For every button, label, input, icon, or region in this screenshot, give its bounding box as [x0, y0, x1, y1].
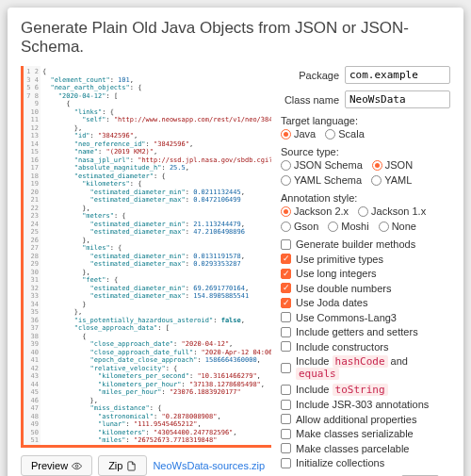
- action-bar: Preview Zip NeoWsData-sources.zip: [21, 455, 271, 476]
- options-list: Generate builder methodsUse primitive ty…: [281, 238, 450, 468]
- preview-label: Preview: [31, 460, 68, 471]
- annotation-style-jackson-1-x[interactable]: Jackson 1.x: [358, 205, 426, 217]
- source-type-group: Source type: JSON SchemaJSONYAML SchemaY…: [281, 146, 450, 186]
- option-label: Use primitive types: [296, 254, 383, 265]
- app-card: Generate Plain Old Java Objects from JSO…: [8, 8, 463, 476]
- option-label: Use double numbers: [296, 283, 392, 294]
- zip-label: Zip: [108, 460, 122, 471]
- source-type-yaml-schema[interactable]: YAML Schema: [281, 174, 362, 186]
- option-check-11[interactable]: Allow additional properties: [281, 414, 450, 425]
- annotation-style-group: Annotation style: Jackson 2.xJackson 1.x…: [281, 192, 450, 232]
- target-language-java[interactable]: Java: [281, 128, 316, 140]
- json-code: { "element_count": 101, "near_earth_obje…: [42, 66, 271, 448]
- option-check-5[interactable]: Use Commons-Lang3: [281, 312, 450, 323]
- package-label: Package: [281, 70, 339, 81]
- left-panel: 1 2 3 4 5 6 7 8 9 10 11 12 13 14 15 16 1…: [21, 66, 271, 476]
- eye-icon: [72, 461, 82, 471]
- checkbox-icon: [281, 298, 291, 308]
- checkbox-icon: [281, 458, 291, 468]
- annotation-style-label: Annotation style:: [281, 192, 450, 204]
- option-label: Use long integers: [296, 268, 377, 279]
- option-check-0[interactable]: Generate builder methods: [281, 238, 450, 250]
- option-label: Use Commons-Lang3: [296, 312, 397, 323]
- radio-icon: [358, 206, 368, 217]
- annotation-style-gson[interactable]: Gson: [281, 221, 318, 232]
- checkbox-icon: [281, 414, 291, 424]
- checkbox-icon: [281, 443, 291, 453]
- source-type-label: Source type:: [281, 146, 450, 157]
- checkbox-icon: [281, 312, 291, 322]
- annotation-style-none[interactable]: None: [379, 221, 416, 232]
- preview-button[interactable]: Preview: [21, 455, 92, 476]
- option-check-9[interactable]: Include toString: [281, 384, 450, 396]
- file-icon: [126, 461, 137, 471]
- checkbox-icon: [281, 327, 291, 337]
- radio-icon: [379, 222, 389, 232]
- option-check-4[interactable]: Use Joda dates: [281, 297, 450, 308]
- classname-row: Class name: [281, 90, 450, 108]
- option-label: Use Joda dates: [296, 297, 367, 308]
- target-language-group: Target language: JavaScala: [281, 115, 450, 140]
- option-check-6[interactable]: Include getters and setters: [281, 326, 450, 337]
- radio-label: Moshi: [341, 221, 368, 232]
- option-check-10[interactable]: Include JSR-303 annotations: [281, 399, 450, 410]
- option-label: Allow additional properties: [296, 414, 416, 425]
- radio-label: Jackson 2.x: [294, 205, 349, 217]
- package-input[interactable]: [345, 66, 450, 84]
- checkbox-icon: [281, 341, 291, 352]
- page-heading: Generate Plain Old Java Objects from JSO…: [21, 19, 450, 57]
- download-link[interactable]: NeoWsData-sources.zip: [153, 460, 265, 471]
- option-label: Initialize collections: [296, 457, 384, 468]
- classname-input[interactable]: [345, 90, 450, 108]
- option-check-3[interactable]: Use double numbers: [281, 283, 450, 294]
- radio-icon: [281, 175, 291, 186]
- radio-label: YAML: [384, 174, 412, 186]
- svg-point-0: [75, 465, 78, 468]
- radio-label: Scala: [338, 128, 365, 140]
- radio-icon: [281, 222, 291, 232]
- option-check-8[interactable]: Include hashCode and equals: [281, 355, 450, 380]
- option-label: Include hashCode and equals: [296, 355, 450, 380]
- option-label: Make classes parcelable: [296, 443, 409, 454]
- source-type-json[interactable]: JSON: [372, 159, 413, 171]
- checkbox-icon: [281, 385, 291, 395]
- option-check-2[interactable]: Use long integers: [281, 268, 450, 279]
- radio-label: Gson: [294, 221, 318, 232]
- radio-label: JSON: [385, 159, 413, 171]
- option-label: Include toString: [296, 384, 388, 396]
- radio-icon: [372, 160, 382, 171]
- source-type-json-schema[interactable]: JSON Schema: [281, 159, 363, 171]
- radio-label: JSON Schema: [294, 159, 363, 171]
- radio-icon: [281, 160, 291, 171]
- line-gutter: 1 2 3 4 5 6 7 8 9 10 11 12 13 14 15 16 1…: [24, 66, 41, 445]
- options-panel: Package Class name Target language: Java…: [281, 66, 450, 476]
- checkbox-icon: [281, 363, 291, 373]
- option-check-14[interactable]: Initialize collections: [281, 457, 450, 468]
- radio-label: Jackson 1.x: [371, 205, 426, 217]
- option-check-7[interactable]: Include constructors: [281, 341, 450, 353]
- checkbox-icon: [281, 269, 291, 279]
- package-row: Package: [281, 66, 450, 84]
- radio-label: YAML Schema: [294, 174, 362, 186]
- source-type-yaml[interactable]: YAML: [371, 174, 412, 186]
- checkbox-icon: [281, 429, 291, 439]
- target-language-scala[interactable]: Scala: [325, 128, 365, 140]
- target-language-label: Target language:: [281, 115, 450, 126]
- annotation-style-jackson-2-x[interactable]: Jackson 2.x: [281, 205, 349, 217]
- option-label: Include JSR-303 annotations: [296, 399, 429, 410]
- option-label: Include getters and setters: [296, 326, 418, 337]
- json-editor[interactable]: 1 2 3 4 5 6 7 8 9 10 11 12 13 14 15 16 1…: [21, 66, 271, 448]
- option-check-12[interactable]: Make classes serializable: [281, 428, 450, 439]
- option-check-13[interactable]: Make classes parcelable: [281, 443, 450, 454]
- annotation-style-moshi[interactable]: Moshi: [328, 221, 368, 232]
- radio-label: None: [392, 221, 416, 232]
- main-area: 1 2 3 4 5 6 7 8 9 10 11 12 13 14 15 16 1…: [21, 66, 450, 476]
- radio-icon: [371, 175, 382, 186]
- checkbox-icon: [281, 254, 291, 264]
- radio-icon: [328, 222, 338, 232]
- zip-button[interactable]: Zip: [98, 455, 147, 476]
- option-check-1[interactable]: Use primitive types: [281, 254, 450, 265]
- radio-label: Java: [294, 128, 316, 140]
- classname-label: Class name: [281, 94, 339, 106]
- checkbox-icon: [281, 400, 291, 410]
